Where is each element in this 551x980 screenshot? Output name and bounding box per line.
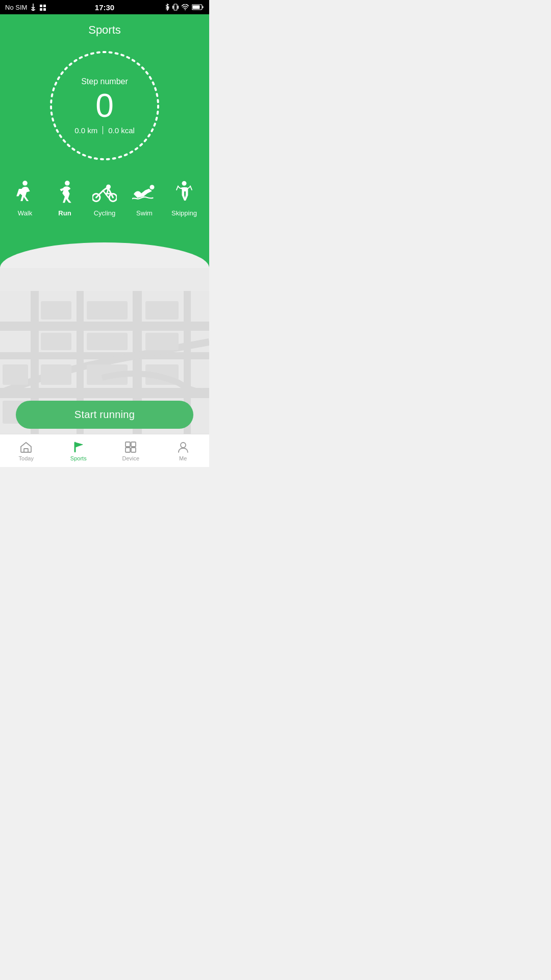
wifi-icon — [181, 4, 189, 10]
activity-walk[interactable]: Walk — [12, 180, 38, 217]
svg-rect-49 — [131, 448, 136, 452]
sports-icon — [72, 440, 85, 454]
circle-content: Step number 0 0.0 km 0.0 kcal — [74, 77, 135, 135]
activity-cycling[interactable]: Cycling — [91, 180, 118, 217]
green-curve — [0, 242, 209, 268]
bluetooth-icon — [165, 4, 170, 11]
me-label: Me — [179, 455, 187, 461]
me-icon — [177, 440, 190, 454]
home-icon — [19, 440, 33, 454]
today-icon — [19, 440, 33, 454]
svg-line-21 — [190, 186, 192, 190]
svg-line-20 — [177, 186, 178, 190]
skipping-label: Skipping — [171, 209, 197, 217]
sports-label: Sports — [70, 455, 87, 461]
calories-value: 0.0 kcal — [108, 126, 135, 135]
start-running-button[interactable]: Start running — [16, 401, 194, 429]
vibrate-icon — [172, 4, 179, 11]
stats-row: 0.0 km 0.0 kcal — [74, 126, 135, 135]
person-icon — [177, 440, 190, 454]
flag-icon — [72, 440, 85, 454]
stats-divider — [103, 126, 103, 134]
cycling-label: Cycling — [94, 209, 116, 217]
circle-container: Step number 0 0.0 km 0.0 kcal — [0, 42, 209, 175]
bottom-nav: Today Sports Device — [0, 434, 209, 467]
svg-rect-48 — [126, 448, 130, 452]
dotted-circle: Step number 0 0.0 km 0.0 kcal — [46, 47, 163, 164]
main-wrapper: Sports Step number 0 0.0 km 0.0 kcal — [0, 14, 209, 467]
svg-rect-4 — [43, 8, 46, 11]
svg-point-14 — [65, 181, 70, 186]
svg-point-13 — [22, 181, 28, 186]
svg-rect-7 — [178, 6, 179, 9]
walk-icon — [12, 180, 38, 206]
activity-skipping[interactable]: Skipping — [171, 180, 197, 217]
svg-rect-5 — [174, 4, 177, 10]
svg-rect-37 — [41, 364, 71, 385]
status-left: No SIM — [5, 3, 46, 11]
skipping-icon — [171, 180, 197, 206]
nav-device[interactable]: Device — [105, 440, 157, 461]
svg-rect-0 — [32, 10, 34, 11]
status-right — [165, 4, 204, 11]
green-section: Sports Step number 0 0.0 km 0.0 kcal — [0, 14, 209, 242]
svg-point-18 — [150, 185, 155, 189]
page-title: Sports — [0, 14, 209, 42]
svg-point-8 — [185, 9, 186, 10]
svg-rect-36 — [3, 364, 28, 385]
svg-rect-6 — [172, 6, 173, 9]
swim-label: Swim — [136, 209, 153, 217]
grid-icon — [124, 440, 137, 454]
run-label: Run — [58, 209, 71, 217]
storage-icon — [39, 4, 46, 11]
cycling-icon — [91, 180, 118, 206]
distance-value: 0.0 km — [74, 126, 97, 135]
activity-run[interactable]: Run — [52, 180, 78, 217]
svg-rect-47 — [131, 442, 136, 447]
svg-point-50 — [181, 443, 186, 448]
start-button-container: Start running — [0, 401, 209, 429]
run-icon — [52, 180, 78, 206]
svg-rect-35 — [145, 333, 179, 350]
device-icon — [124, 440, 137, 454]
walk-label: Walk — [18, 209, 32, 217]
svg-rect-30 — [41, 301, 71, 320]
svg-rect-1 — [40, 5, 42, 7]
svg-rect-10 — [203, 6, 204, 8]
svg-rect-2 — [43, 5, 46, 7]
swim-icon — [131, 180, 158, 206]
activity-row: Walk Run — [0, 175, 209, 227]
svg-rect-44 — [24, 449, 28, 452]
step-label: Step number — [74, 77, 135, 86]
usb-icon — [30, 3, 36, 11]
device-label: Device — [122, 455, 139, 461]
no-sim-text: No SIM — [5, 4, 27, 11]
status-time: 17:30 — [95, 3, 114, 12]
status-bar: No SIM 17:30 — [0, 0, 209, 14]
svg-rect-3 — [40, 8, 42, 11]
nav-me[interactable]: Me — [157, 440, 210, 461]
svg-point-19 — [182, 181, 187, 186]
nav-today[interactable]: Today — [0, 440, 53, 461]
svg-rect-11 — [193, 6, 200, 9]
svg-rect-31 — [87, 301, 128, 320]
nav-sports[interactable]: Sports — [53, 440, 105, 461]
battery-icon — [192, 4, 204, 10]
svg-rect-46 — [126, 442, 130, 447]
step-count: 0 — [74, 89, 135, 122]
today-label: Today — [19, 455, 34, 461]
svg-rect-33 — [87, 333, 128, 350]
svg-rect-32 — [41, 333, 71, 350]
activity-swim[interactable]: Swim — [131, 180, 158, 217]
svg-rect-34 — [145, 301, 179, 320]
